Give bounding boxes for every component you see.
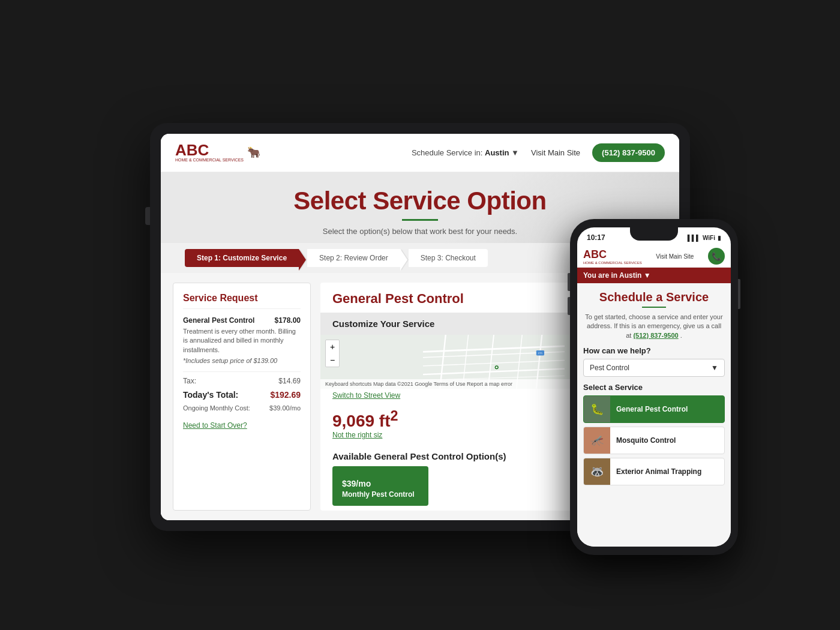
mosquito-control-image: 🦟	[584, 427, 610, 454]
sr-ongoing: Ongoing Monthly Cost: $39.00/mo	[183, 404, 301, 412]
phone-call-button[interactable]: 📞	[708, 248, 725, 265]
map-zoom-controls[interactable]: + −	[325, 340, 340, 367]
phone-vol-down-button	[568, 297, 570, 315]
zoom-in-button[interactable]: +	[326, 340, 339, 353]
sr-item-name: General Pest Control $178.00	[183, 316, 301, 325]
logo-animal-icon: 🐂	[247, 146, 260, 159]
phone-screen: 10:17 ▌▌▌ WiFi ▮ ABC HOME & COMMERCIAL S…	[577, 227, 731, 547]
phone-logo-sub: HOME & COMMERCIAL SERVICES	[583, 261, 642, 265]
phone-header: ABC HOME & COMMERCIAL SERVICES Visit Mai…	[577, 245, 731, 268]
zoom-out-button[interactable]: −	[326, 353, 339, 367]
logo-subtext: HOME & COMMERCIAL SERVICES	[175, 158, 244, 163]
step-2[interactable]: Step 2: Review Order	[307, 249, 400, 267]
tablet-frame: ABC HOME & COMMERCIAL SERVICES 🐂 Schedul…	[150, 123, 690, 531]
phone-schedule-underline	[642, 307, 666, 308]
abc-logo: ABC HOME & COMMERCIAL SERVICES 🐂	[175, 142, 260, 163]
sr-setup-price: *Includes setup price of $139.00	[183, 357, 301, 364]
logo-text: ABC	[175, 142, 244, 158]
mosquito-control-label: Mosquito Control	[610, 436, 682, 445]
option-price: $39/mo	[342, 473, 419, 490]
phone-help-label: How can we help?	[583, 346, 725, 355]
wifi-icon: WiFi	[703, 235, 715, 241]
service-request-title: Service Request	[183, 293, 301, 309]
visit-main-site-link[interactable]: Visit Main Site	[531, 148, 580, 157]
phone-services-label: Select a Service	[583, 383, 725, 392]
svg-text:275: 275	[538, 352, 543, 355]
option-card[interactable]: $39/mo Monthly Pest Control	[332, 466, 428, 506]
page-title: Select Service Option	[161, 187, 679, 215]
phone-time: 10:17	[587, 233, 605, 242]
yard-sqft: 9,069 ft2	[332, 408, 398, 431]
pest-control-label: General Pest Control	[610, 405, 694, 413]
header-right: Schedule Service in: Austin ▼ Visit Main…	[412, 143, 665, 162]
phone-status-icons: ▌▌▌ WiFi ▮	[688, 235, 721, 241]
phone-frame: 10:17 ▌▌▌ WiFi ▮ ABC HOME & COMMERCIAL S…	[570, 219, 738, 555]
animal-trapping-label: Exterior Animal Trapping	[610, 467, 707, 476]
service-request-card: Service Request General Pest Control $17…	[173, 283, 311, 511]
phone-help-dropdown[interactable]: Pest Control ▼	[583, 359, 725, 377]
svg-point-12	[496, 367, 497, 368]
phone-vol-up-button	[568, 273, 570, 291]
phone-service-item-pest-control[interactable]: 🐛 General Pest Control	[583, 395, 725, 423]
phone-location-bar[interactable]: You are in Austin ▼	[577, 268, 731, 283]
signal-icon: ▌▌▌	[688, 235, 700, 241]
phone-power-button	[738, 279, 740, 309]
phone-service-item-animal[interactable]: 🦝 Exterior Animal Trapping	[583, 458, 725, 485]
phone-service-item-mosquito[interactable]: 🦟 Mosquito Control	[583, 427, 725, 454]
step-3[interactable]: Step 3: Checkout	[409, 249, 488, 267]
sr-item-desc: Treatment is every other month. Billing …	[183, 327, 301, 355]
phone-visit-main[interactable]: Visit Main Site	[656, 253, 694, 260]
not-right-size-link[interactable]: Not the right siz	[332, 431, 398, 439]
start-over-link[interactable]: Need to Start Over?	[183, 421, 247, 430]
phone-schedule-title: Schedule a Service	[583, 290, 725, 304]
phone-notch	[630, 227, 678, 241]
phone-body: Schedule a Service To get started, choos…	[577, 283, 731, 547]
phone-emergency-link[interactable]: (512) 837-9500	[633, 332, 678, 339]
sr-tax: Tax: $14.69	[183, 377, 301, 385]
step-1[interactable]: Step 1: Customize Service	[185, 249, 299, 267]
phone-schedule-text: To get started, choose a service and ent…	[583, 313, 725, 340]
phone-abc-logo: ABC HOME & COMMERCIAL SERVICES	[583, 248, 642, 265]
battery-icon: ▮	[718, 235, 721, 241]
phone-button[interactable]: (512) 837-9500	[592, 143, 665, 162]
schedule-service-label: Schedule Service in: Austin ▼	[412, 148, 519, 157]
sr-total: Today's Total: $192.69	[183, 390, 301, 400]
tablet-header: ABC HOME & COMMERCIAL SERVICES 🐂 Schedul…	[161, 134, 679, 172]
animal-trapping-image: 🦝	[584, 458, 610, 485]
pest-control-image: 🐛	[584, 396, 610, 422]
tablet-side-button	[145, 207, 150, 225]
title-underline	[402, 219, 438, 221]
option-name: Monthly Pest Control	[342, 490, 419, 499]
